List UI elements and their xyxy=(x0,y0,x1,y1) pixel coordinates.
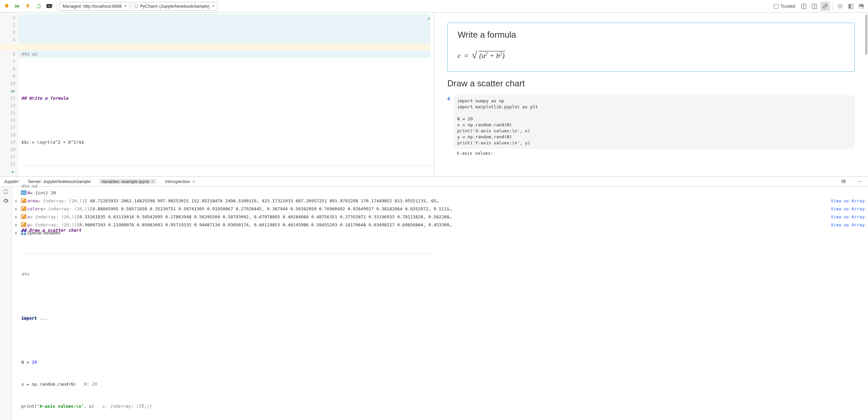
line-number: 13 xyxy=(0,102,15,109)
line-number: 6 xyxy=(0,51,15,58)
list-icon[interactable] xyxy=(835,2,845,11)
kernel-status-icon xyxy=(134,4,138,8)
restart-icon[interactable] xyxy=(34,2,43,11)
cell-execution-count: 4 xyxy=(447,96,450,149)
line-number: 20 xyxy=(0,146,15,153)
kernel-dropdown[interactable]: PyCharm (JupyterNotebookSample) ▼ xyxy=(131,2,218,11)
preview-pane: Write a formula c= √(a2 + b2) Draw a sca… xyxy=(434,13,868,176)
view-as-array-link[interactable]: View as Array xyxy=(831,206,865,211)
bulb-icon[interactable] xyxy=(2,2,11,11)
svg-point-7 xyxy=(860,5,861,6)
view-as-array-link[interactable]: View as Array xyxy=(831,214,865,219)
chevron-down-icon: ▼ xyxy=(212,4,215,8)
preview-heading: Draw a scatter chart xyxy=(447,78,855,89)
line-number: 2 xyxy=(0,21,15,29)
trusted-input[interactable] xyxy=(774,4,778,9)
view-as-array-link[interactable]: View as Array xyxy=(831,198,865,203)
line-number: 12 xyxy=(0,95,15,102)
preview-heading: Write a formula xyxy=(458,30,844,40)
preview-output: X-axis values: xyxy=(457,151,855,156)
preview-code-cell[interactable]: 4 import numpy as np import matplotlib.p… xyxy=(447,95,855,149)
scrollbar[interactable] xyxy=(865,15,867,55)
preview-code-block: import numpy as np import matplotlib.pyp… xyxy=(454,95,855,149)
svg-rect-5 xyxy=(851,4,853,9)
code-text: , x) xyxy=(84,404,94,409)
chevron-down-icon: ▼ xyxy=(124,4,127,8)
expand-icon[interactable]: ▶ xyxy=(15,199,20,203)
line-number: 3 xyxy=(0,29,15,36)
line-number: 7 xyxy=(0,58,15,65)
line-number: 18 xyxy=(0,131,15,139)
code-text: import xyxy=(21,316,37,321)
trusted-label: Trusted xyxy=(780,4,795,9)
layout-icon-1[interactable] xyxy=(799,2,808,11)
expand-icon[interactable]: ▶ xyxy=(15,215,20,219)
code-text: print( xyxy=(21,404,37,409)
split-icon[interactable] xyxy=(846,2,855,11)
code-text: 'X-axis values:\n' xyxy=(37,404,84,409)
preview-markdown-cell[interactable]: Write a formula c= √(a2 + b2) xyxy=(447,23,855,72)
line-number: 15 xyxy=(0,109,15,117)
link-icon[interactable] xyxy=(820,2,830,11)
gear-icon[interactable] xyxy=(839,177,848,186)
code-text: #%% md xyxy=(21,184,37,189)
trusted-checkbox[interactable]: Trusted xyxy=(774,4,795,9)
run-cell-icon[interactable]: ▶ xyxy=(12,88,14,95)
line-number: 1 xyxy=(0,14,15,21)
code-text: #%% md xyxy=(21,52,37,57)
kernel-dropdown-label: PyCharm (JupyterNotebookSample) xyxy=(140,4,210,9)
view-as-array-link[interactable]: View as Array xyxy=(831,222,865,227)
code-text: x = np.random.rand(N) xyxy=(21,382,76,387)
line-gutter: 1 2 3 4 5 6 7 8 9 10 11 12 13 15 16 17 1… xyxy=(0,13,19,176)
variables-toolbar xyxy=(0,187,12,420)
line-number: 21 xyxy=(0,153,15,161)
top-toolbar: DL Managed: http://localhost:8888 ▼ PyCh… xyxy=(0,0,868,13)
line-number: 16 xyxy=(0,117,15,124)
run-all-icon[interactable] xyxy=(13,2,22,11)
line-number: 10 xyxy=(0,80,15,87)
expand-icon[interactable]: ▶ xyxy=(15,231,20,235)
line-number: 4 xyxy=(0,36,15,43)
expand-icon[interactable]: ▶ xyxy=(15,207,20,211)
server-dropdown[interactable]: Managed: http://localhost:8888 ▼ xyxy=(60,2,130,11)
code-text: ## Write a formula xyxy=(21,96,68,101)
line-number: 19 xyxy=(0,139,15,146)
code-text: ... xyxy=(37,316,47,321)
line-number: 8 xyxy=(0,65,15,73)
separator xyxy=(832,3,833,10)
line-number: 9 xyxy=(0,73,15,80)
run-cell-icon[interactable]: ▶ xyxy=(12,168,14,176)
interrupt-icon[interactable]: DL xyxy=(44,2,54,11)
line-number: 17 xyxy=(0,124,15,131)
code-text: #%% xyxy=(21,272,29,277)
server-dropdown-label: Managed: http://localhost:8888 xyxy=(63,4,122,9)
current-line-highlight xyxy=(0,43,430,51)
expand-icon[interactable]: ▶ xyxy=(15,223,20,227)
preview-formula: c= √(a2 + b2) xyxy=(458,50,844,61)
main-area: 1 2 3 4 5 6 7 8 9 10 11 12 13 15 16 17 1… xyxy=(0,13,868,177)
separator xyxy=(57,3,57,10)
editor-pane: 1 2 3 4 5 6 7 8 9 10 11 12 13 15 16 17 1… xyxy=(0,13,434,176)
code-text: N = xyxy=(21,360,32,365)
code-text: 20 xyxy=(32,360,37,365)
status-ok-icon: ✔ xyxy=(428,15,430,22)
jupyter-label: Jupyter: xyxy=(4,179,19,184)
code-editor[interactable]: ✔ #%% md ## Write a formula $$c = \sqrt(… xyxy=(19,13,434,176)
layout-icon-2[interactable] xyxy=(810,2,819,11)
image-icon[interactable] xyxy=(857,2,866,11)
inline-hint: N: 20 xyxy=(76,382,97,387)
reload-icon[interactable] xyxy=(3,189,9,195)
code-text: ## Draw a scatter chart xyxy=(21,228,81,233)
svg-rect-8 xyxy=(858,181,861,182)
line-number: 22 xyxy=(0,161,15,168)
inline-hint: x: {ndarray: (20,)} xyxy=(94,404,151,409)
minimize-icon[interactable] xyxy=(855,177,864,186)
lightning-icon[interactable] xyxy=(23,2,33,11)
settings-icon[interactable] xyxy=(3,198,9,205)
code-text: $$c = \sqrt(a^2 + b^2)$$ xyxy=(21,140,84,145)
svg-text:DL: DL xyxy=(48,5,51,7)
svg-rect-4 xyxy=(848,4,850,9)
